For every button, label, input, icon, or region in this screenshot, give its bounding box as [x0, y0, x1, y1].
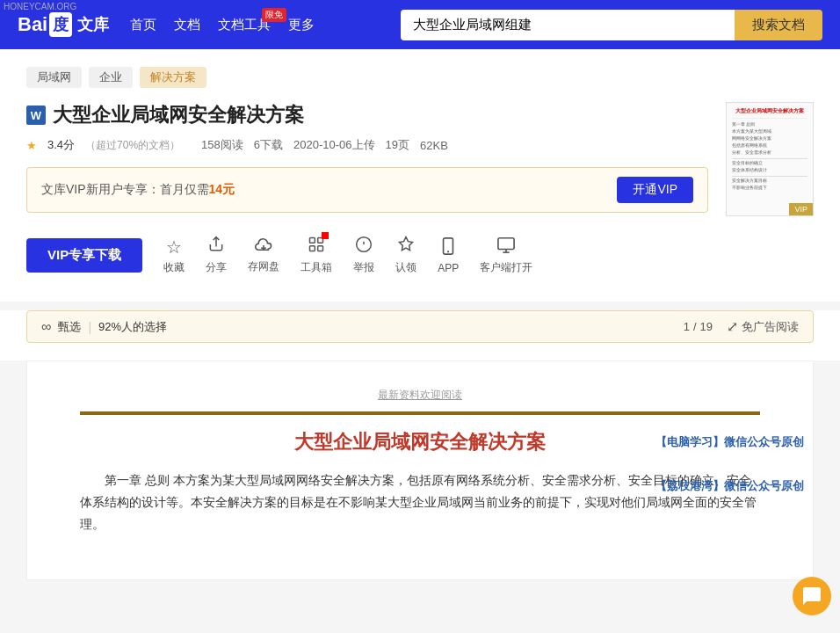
search-bar: 搜索文档 [401, 10, 822, 40]
doc-downloads: 6下载 [254, 137, 283, 153]
doc-reads: 158阅读 [201, 137, 243, 153]
quality-bar: ∞ 甄选 | 92%人的选择 1 / 19 ⤢ 免广告阅读 [26, 310, 814, 343]
cloud-icon [254, 236, 273, 257]
svg-rect-9 [498, 238, 514, 250]
doc-title-row: W 大型企业局域网安全解决方案 [26, 102, 708, 128]
action-client[interactable]: 客户端打开 [480, 236, 532, 275]
quality-bar-wrap: ∞ 甄选 | 92%人的选择 1 / 19 ⤢ 免广告阅读 [0, 310, 840, 360]
action-share[interactable]: 分享 [206, 236, 227, 275]
rating-star: ★ [26, 139, 37, 152]
client-label: 客户端打开 [480, 260, 532, 275]
breadcrumbs: 局域网 企业 解决方案 [26, 67, 814, 88]
vip-banner: 文库VIP新用户专享：首月仅需14元 开通VIP [26, 167, 708, 213]
doc-title-area: W 大型企业局域网安全解决方案 ★ 3.4分 （超过70%的文档） 158阅读 … [26, 102, 708, 284]
quality-left: ∞ 甄选 | 92%人的选择 [41, 319, 167, 335]
logo-wenku: 文库 [77, 14, 109, 35]
share-icon [207, 236, 225, 258]
action-cloud[interactable]: 存网盘 [248, 236, 279, 274]
thumbnail-vip-label: VIP [789, 203, 813, 215]
app-label: APP [438, 262, 459, 274]
breadcrumb-enterprise[interactable]: 企业 [89, 67, 133, 88]
doc-title-text: 大型企业局域网安全解决方案 [53, 102, 304, 128]
verify-icon [397, 236, 415, 258]
navbar: Bai 度 文库 首页 文档 文档工具 限免 更多 搜索文档 [0, 0, 840, 49]
svg-rect-0 [310, 238, 315, 244]
app-icon [440, 237, 456, 259]
ad-free-label: 免广告阅读 [742, 319, 799, 335]
search-button[interactable]: 搜索文档 [735, 10, 822, 40]
logo-text-bai: Bai [18, 13, 47, 36]
quality-right: 1 / 19 ⤢ 免广告阅读 [684, 318, 799, 335]
page-nav: 1 / 19 [684, 320, 713, 333]
report-icon [355, 236, 373, 258]
vip-open-button[interactable]: 开通VIP [617, 177, 693, 203]
action-bar: VIP专享下载 ☆ 收藏 分享 [26, 227, 708, 284]
action-tools[interactable]: 工具箱 [301, 236, 332, 275]
preview-main-title: 大型企业局域网安全解决方案 [80, 429, 760, 455]
nav-home[interactable]: 首页 [130, 17, 156, 33]
thumbnail-lines: 第一章 总则 本方案为某大型局域 网网络安全解决方案 包括原有网络系统 分析、安… [732, 120, 807, 191]
ad-free-button[interactable]: ⤢ 免广告阅读 [727, 318, 799, 335]
word-icon: W [26, 106, 46, 125]
quality-divider: | [88, 320, 91, 334]
nav-tools-badge: 限免 [262, 8, 286, 22]
page-sep: / [693, 320, 697, 333]
action-app[interactable]: APP [438, 237, 459, 274]
search-input[interactable] [401, 10, 735, 40]
main-content: 局域网 企业 解决方案 W 大型企业局域网安全解决方案 ★ 3.4分 （超过70… [0, 49, 840, 302]
page-current: 1 [684, 320, 690, 333]
quality-label: 甄选 [58, 319, 81, 335]
doc-pages: 19页 [386, 137, 409, 153]
action-collect[interactable]: ☆ 收藏 [163, 236, 185, 275]
doc-size: 62KB [420, 139, 448, 152]
svg-rect-3 [318, 246, 323, 251]
report-label: 举报 [353, 260, 374, 275]
expand-icon: ⤢ [727, 318, 738, 335]
collect-icon: ☆ [166, 236, 182, 258]
svg-rect-2 [310, 246, 315, 251]
breadcrumb-lan[interactable]: 局域网 [26, 67, 82, 88]
preview-watermark-top: 最新资料欢迎阅读 [80, 388, 760, 403]
tools-label: 工具箱 [301, 260, 332, 275]
share-label: 分享 [206, 260, 227, 275]
vip-banner-text: 文库VIP新用户专享：首月仅需14元 [41, 182, 608, 198]
logo-box: 度 [49, 12, 72, 37]
nav-links: 首页 文档 文档工具 限免 更多 [130, 17, 315, 33]
page-total: 19 [700, 320, 713, 333]
cloud-label: 存网盘 [248, 259, 279, 274]
breadcrumb-solution[interactable]: 解决方案 [140, 67, 206, 88]
collect-label: 收藏 [163, 260, 185, 275]
honeycam-label: HONEYCAM.ORG [4, 2, 76, 11]
vip-download-button[interactable]: VIP专享下载 [26, 238, 142, 273]
doc-thumbnail: 大型企业局域网安全解决方案 第一章 总则 本方案为某大型局域 网网络安全解决方案… [726, 102, 814, 216]
verify-label: 认领 [395, 260, 416, 275]
preview-doc-line [80, 411, 760, 415]
doc-preview: 最新资料欢迎阅读 大型企业局域网安全解决方案 第一章 总则 本方案为某大型局域网… [26, 360, 814, 580]
doc-header: W 大型企业局域网安全解决方案 ★ 3.4分 （超过70%的文档） 158阅读 … [26, 102, 814, 284]
preview-fade [27, 527, 813, 579]
nav-docs[interactable]: 文档 [174, 17, 200, 33]
rating-value: 3.4分 [47, 137, 75, 153]
nav-tools-wrap: 文档工具 限免 [218, 17, 271, 33]
logo[interactable]: Bai 度 文库 [18, 12, 109, 37]
nav-more[interactable]: 更多 [288, 17, 315, 33]
rating-sub: （超过70%的文档） [85, 138, 180, 153]
doc-upload-date: 2020-10-06上传 [293, 137, 375, 153]
vip-price: 14元 [209, 182, 235, 196]
client-icon [496, 236, 516, 258]
doc-meta: ★ 3.4分 （超过70%的文档） 158阅读 6下载 2020-10-06上传… [26, 137, 708, 153]
preview-container: 最新资料欢迎阅读 大型企业局域网安全解决方案 第一章 总则 本方案为某大型局域网… [0, 360, 840, 598]
action-report[interactable]: 举报 [353, 236, 374, 275]
action-verify[interactable]: 认领 [395, 236, 416, 275]
quality-icon: ∞ [41, 319, 51, 335]
quality-percent: 92%人的选择 [98, 319, 167, 335]
tools-icon [308, 236, 325, 258]
thumbnail-title: 大型企业局域网安全解决方案 [732, 108, 807, 115]
